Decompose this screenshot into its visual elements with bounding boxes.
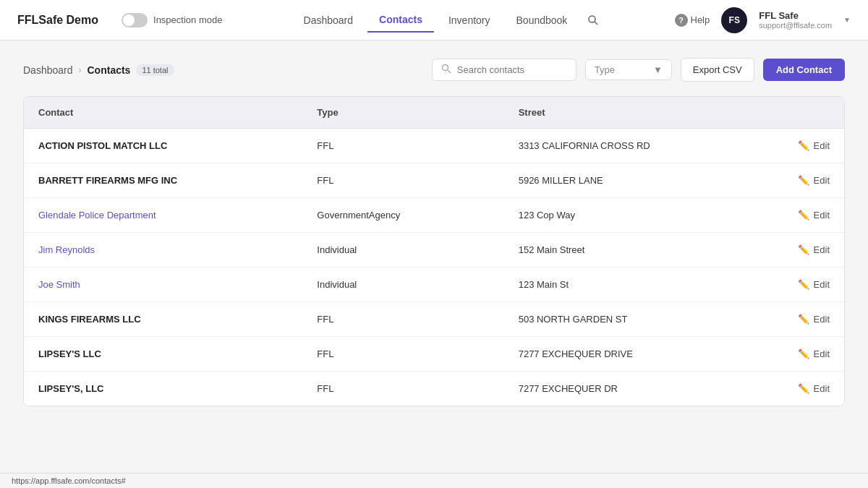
contact-edit-cell: ✏️ Edit — [783, 267, 844, 302]
edit-icon: ✏️ — [798, 383, 809, 394]
edit-icon: ✏️ — [798, 210, 809, 221]
breadcrumb: Dashboard › Contacts 11 total — [23, 64, 432, 76]
contacts-table-container: Contact Type Street ACTION PISTOL MATCH … — [23, 96, 845, 406]
inspection-mode-toggle[interactable]: Inspection mode — [122, 13, 222, 27]
edit-label: Edit — [814, 348, 830, 359]
type-filter-chevron: ▼ — [653, 64, 663, 75]
search-input[interactable] — [457, 64, 567, 75]
edit-button[interactable]: ✏️ Edit — [798, 314, 830, 325]
main-content: Dashboard › Contacts 11 total Type ▼ Exp… — [0, 40, 868, 424]
edit-button[interactable]: ✏️ Edit — [798, 279, 830, 290]
contact-street: 3313 CALIFORNIA CROSS RD — [504, 129, 783, 163]
contact-edit-cell: ✏️ Edit — [783, 302, 844, 337]
type-filter-label: Type — [595, 64, 615, 75]
edit-button[interactable]: ✏️ Edit — [798, 175, 830, 186]
contact-name: ACTION PISTOL MATCH LLC — [24, 129, 302, 163]
contact-edit-cell: ✏️ Edit — [783, 372, 844, 406]
inspection-toggle-switch[interactable] — [122, 13, 148, 27]
edit-icon: ✏️ — [798, 175, 809, 186]
table-row: ACTION PISTOL MATCH LLC FFL 3313 CALIFOR… — [24, 129, 844, 163]
contact-edit-cell: ✏️ Edit — [783, 163, 844, 198]
user-email: support@fflsafe.com — [759, 21, 832, 30]
contact-type: FFL — [302, 129, 503, 163]
col-header-actions — [783, 97, 844, 129]
type-filter-select[interactable]: Type ▼ — [585, 59, 672, 80]
add-contact-button[interactable]: Add Contact — [763, 59, 845, 81]
contact-type: FFL — [302, 302, 503, 337]
table-header: Contact Type Street — [24, 97, 844, 129]
contact-type: FFL — [302, 163, 503, 198]
user-name: FFL Safe — [759, 10, 832, 21]
search-icon[interactable] — [582, 9, 605, 32]
header-right: ? Help FS FFL Safe support@fflsafe.com ▼ — [675, 7, 851, 33]
contact-street: 7277 EXCHEQUER DRIVE — [504, 337, 783, 372]
table-row: LIPSEY'S LLC FFL 7277 EXCHEQUER DRIVE ✏️… — [24, 337, 844, 372]
contact-edit-cell: ✏️ Edit — [783, 233, 844, 267]
help-button[interactable]: ? Help — [675, 14, 710, 27]
search-box-icon — [441, 64, 451, 76]
contacts-table: Contact Type Street ACTION PISTOL MATCH … — [24, 97, 844, 406]
col-header-type: Type — [302, 97, 503, 129]
contact-name: Glendale Police Department — [24, 198, 302, 233]
table-row: Glendale Police Department GovernmentAge… — [24, 198, 844, 233]
contact-street: 503 NORTH GARDEN ST — [504, 302, 783, 337]
table-scroll-area[interactable]: Contact Type Street ACTION PISTOL MATCH … — [24, 97, 844, 406]
edit-icon: ✏️ — [798, 314, 809, 325]
contact-type: FFL — [302, 337, 503, 372]
breadcrumb-separator: › — [79, 65, 82, 75]
search-box[interactable] — [432, 59, 576, 81]
contact-name: Jim Reynolds — [24, 233, 302, 267]
edit-icon: ✏️ — [798, 244, 809, 255]
help-icon: ? — [675, 14, 688, 27]
contact-edit-cell: ✏️ Edit — [783, 198, 844, 233]
edit-label: Edit — [814, 279, 830, 290]
col-header-street: Street — [504, 97, 783, 129]
nav-item-dashboard[interactable]: Dashboard — [292, 9, 365, 32]
contact-name: BARRETT FIREARMS MFG INC — [24, 163, 302, 198]
main-nav: Dashboard Contacts Inventory Boundbook — [245, 8, 651, 33]
edit-button[interactable]: ✏️ Edit — [798, 244, 830, 255]
table-row: Joe Smith Individual 123 Main St ✏️ Edit — [24, 267, 844, 302]
table-row: BARRETT FIREARMS MFG INC FFL 5926 MILLER… — [24, 163, 844, 198]
contact-edit-cell: ✏️ Edit — [783, 129, 844, 163]
nav-item-inventory[interactable]: Inventory — [437, 9, 502, 32]
table-row: KINGS FIREARMS LLC FFL 503 NORTH GARDEN … — [24, 302, 844, 337]
contact-count-badge: 11 total — [136, 64, 174, 76]
contact-name: Joe Smith — [24, 267, 302, 302]
edit-label: Edit — [814, 314, 830, 325]
table-row: Jim Reynolds Individual 152 Main Street … — [24, 233, 844, 267]
contact-type: FFL — [302, 372, 503, 406]
edit-icon: ✏️ — [798, 140, 809, 151]
breadcrumb-home[interactable]: Dashboard — [23, 64, 73, 76]
svg-point-2 — [442, 65, 448, 71]
user-info: FFL Safe support@fflsafe.com — [759, 10, 832, 30]
contact-name: LIPSEY'S, LLC — [24, 372, 302, 406]
nav-item-contacts[interactable]: Contacts — [367, 8, 434, 33]
user-menu-chevron[interactable]: ▼ — [843, 16, 851, 24]
edit-button[interactable]: ✏️ Edit — [798, 383, 830, 394]
nav-item-boundbook[interactable]: Boundbook — [505, 9, 579, 32]
contact-street: 7277 EXCHEQUER DR — [504, 372, 783, 406]
help-label: Help — [691, 14, 710, 25]
contact-street: 5926 MILLER LANE — [504, 163, 783, 198]
col-header-contact: Contact — [24, 97, 302, 129]
breadcrumb-current: Contacts — [88, 64, 131, 76]
svg-line-1 — [595, 22, 597, 25]
edit-icon: ✏️ — [798, 348, 809, 359]
contact-type: Individual — [302, 233, 503, 267]
table-row: LIPSEY'S, LLC FFL 7277 EXCHEQUER DR ✏️ E… — [24, 372, 844, 406]
user-avatar: FS — [721, 7, 747, 33]
edit-button[interactable]: ✏️ Edit — [798, 140, 830, 151]
table-body: ACTION PISTOL MATCH LLC FFL 3313 CALIFOR… — [24, 129, 844, 406]
svg-line-3 — [448, 70, 451, 73]
brand-logo: FFLSafe Demo — [17, 14, 98, 27]
edit-button[interactable]: ✏️ Edit — [798, 210, 830, 221]
contact-type: GovernmentAgency — [302, 198, 503, 233]
edit-label: Edit — [814, 140, 830, 151]
top-actions: Type ▼ Export CSV Add Contact — [432, 58, 845, 82]
contact-type: Individual — [302, 267, 503, 302]
edit-button[interactable]: ✏️ Edit — [798, 348, 830, 359]
edit-label: Edit — [814, 210, 830, 221]
contact-name: LIPSEY'S LLC — [24, 337, 302, 372]
export-csv-button[interactable]: Export CSV — [681, 58, 754, 82]
